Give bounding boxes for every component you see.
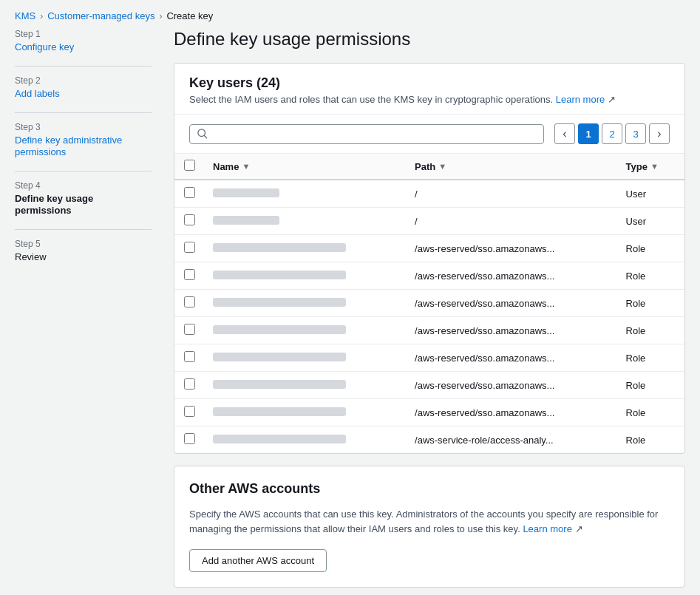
breadcrumb: KMS › Customer-managed keys › Create key [0, 0, 700, 29]
row-type: Role [617, 290, 684, 317]
row-checkbox[interactable] [184, 406, 195, 417]
row-checkbox-cell [174, 372, 204, 399]
pagination-page-3[interactable]: 3 [625, 123, 646, 144]
type-sort[interactable]: Type ▼ [626, 161, 676, 172]
row-name [204, 262, 406, 290]
breadcrumb-kms[interactable]: KMS [15, 10, 35, 21]
row-type: Role [617, 317, 684, 344]
row-checkbox[interactable] [184, 187, 195, 198]
row-name [204, 235, 406, 262]
path-sort-icon: ▼ [438, 162, 446, 171]
row-checkbox[interactable] [184, 242, 195, 253]
pagination-page-1[interactable]: 1 [578, 123, 599, 144]
row-name [204, 426, 406, 454]
search-pagination-row: ‹ 1 2 3 › [174, 115, 684, 154]
step4-title: Define key usage permissions [15, 193, 93, 216]
step2-label: Step 2 [15, 75, 152, 86]
table-row: /aws-reserved/sso.amazonaws...Role [174, 317, 684, 344]
pagination-page-2[interactable]: 2 [602, 123, 622, 144]
name-placeholder [213, 271, 346, 279]
divider-3 [15, 171, 152, 171]
key-users-title: Key users [189, 75, 253, 90]
step3-title[interactable]: Define key administrative permissions [15, 135, 122, 157]
other-accounts-desc: Specify the AWS accounts that can use th… [189, 507, 670, 536]
card-header: Key users (24) Select the IAM users and … [174, 64, 684, 115]
table-row: /User [174, 180, 684, 208]
row-path: / [406, 180, 617, 208]
path-sort[interactable]: Path ▼ [415, 161, 608, 172]
row-path: / [406, 208, 617, 235]
pagination-prev[interactable]: ‹ [554, 123, 575, 144]
divider-2 [15, 112, 152, 113]
row-checkbox[interactable] [184, 433, 195, 444]
sidebar-step-4: Step 4 Define key usage permissions [15, 180, 152, 216]
divider-1 [15, 66, 152, 67]
name-placeholder [213, 188, 279, 197]
name-placeholder [213, 298, 346, 307]
row-name [204, 399, 406, 426]
row-checkbox[interactable] [184, 351, 195, 362]
row-path: /aws-reserved/sso.amazonaws... [406, 372, 617, 399]
row-path: /aws-reserved/sso.amazonaws... [406, 317, 617, 344]
breadcrumb-current: Create key [166, 10, 213, 21]
pagination-next[interactable]: › [649, 123, 670, 144]
sidebar: Step 1 Configure key Step 2 Add labels S… [15, 29, 152, 588]
search-input[interactable] [212, 129, 536, 140]
table-row: /aws-reserved/sso.amazonaws...Role [174, 235, 684, 262]
table-header-row: Name ▼ Path ▼ Type [174, 154, 684, 180]
table-row: /aws-reserved/sso.amazonaws...Role [174, 262, 684, 290]
add-account-button[interactable]: Add another AWS account [189, 549, 327, 572]
row-checkbox-cell [174, 208, 204, 235]
row-checkbox[interactable] [184, 324, 195, 335]
col-header-path: Path ▼ [406, 154, 617, 180]
table-row: /aws-reserved/sso.amazonaws...Role [174, 399, 684, 426]
breadcrumb-customer-keys[interactable]: Customer-managed keys [47, 10, 154, 21]
row-checkbox-cell [174, 317, 204, 344]
row-checkbox-cell [174, 399, 204, 426]
name-placeholder [213, 353, 346, 361]
name-placeholder [213, 325, 346, 334]
row-type: Role [617, 344, 684, 372]
row-checkbox[interactable] [184, 214, 195, 225]
page-layout: Step 1 Configure key Step 2 Add labels S… [0, 29, 700, 595]
row-checkbox[interactable] [184, 269, 195, 280]
step2-title[interactable]: Add labels [15, 88, 60, 99]
name-placeholder [213, 380, 346, 389]
row-checkbox-cell [174, 290, 204, 317]
row-path: /aws-reserved/sso.amazonaws... [406, 399, 617, 426]
name-placeholder [213, 407, 346, 416]
table-body: /User/User/aws-reserved/sso.amazonaws...… [174, 180, 684, 453]
row-checkbox[interactable] [184, 378, 195, 390]
row-path: /aws-reserved/sso.amazonaws... [406, 344, 617, 372]
col-header-name: Name ▼ [204, 154, 406, 180]
sidebar-step-1: Step 1 Configure key [15, 29, 152, 52]
name-sort-icon: ▼ [242, 162, 250, 171]
step5-title: Review [15, 251, 47, 262]
other-accounts-learn-more[interactable]: Learn more [523, 523, 571, 534]
learn-more-link[interactable]: Learn more [556, 94, 605, 105]
card-description: Select the IAM users and roles that can … [189, 94, 670, 105]
name-placeholder [213, 216, 279, 225]
card-title: Key users (24) [189, 75, 670, 91]
sidebar-step-5: Step 5 Review [15, 239, 152, 262]
step1-label: Step 1 [15, 29, 152, 39]
row-checkbox-cell [174, 180, 204, 208]
row-checkbox[interactable] [184, 296, 195, 307]
row-type: User [617, 208, 684, 235]
row-checkbox-cell [174, 262, 204, 290]
row-name [204, 208, 406, 235]
row-type: Role [617, 426, 684, 454]
name-placeholder [213, 243, 346, 252]
step1-title[interactable]: Configure key [15, 41, 74, 52]
row-checkbox-cell [174, 344, 204, 372]
sidebar-step-3: Step 3 Define key administrative permiss… [15, 122, 152, 157]
row-type: User [617, 180, 684, 208]
row-name [204, 372, 406, 399]
row-path: /aws-reserved/sso.amazonaws... [406, 235, 617, 262]
breadcrumb-sep-2: › [159, 11, 162, 21]
search-box[interactable] [189, 124, 544, 144]
other-accounts-title: Other AWS accounts [189, 481, 670, 497]
name-sort[interactable]: Name ▼ [213, 161, 397, 172]
row-name [204, 180, 406, 208]
select-all-checkbox[interactable] [184, 160, 195, 171]
